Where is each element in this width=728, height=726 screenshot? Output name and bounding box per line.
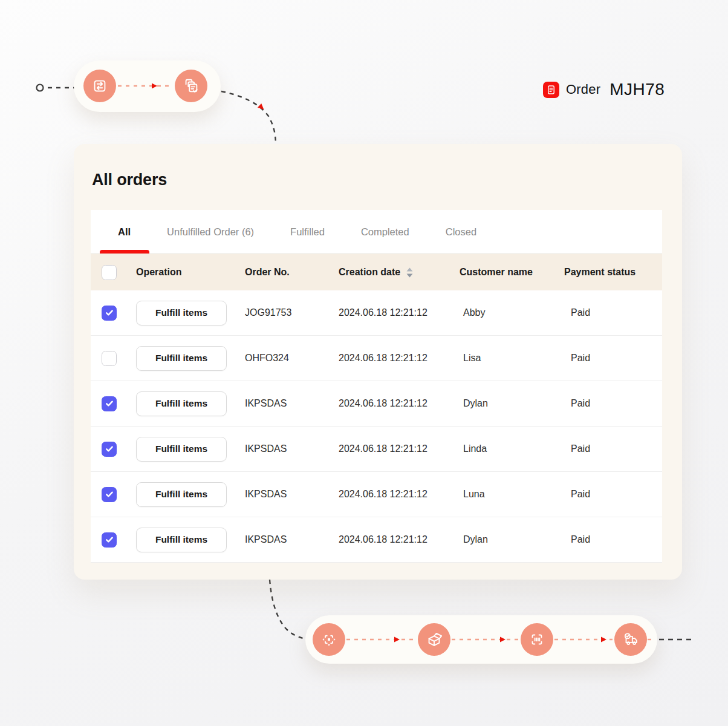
payment-status-cell: Paid	[564, 534, 662, 545]
payment-status-cell: Paid	[564, 489, 662, 500]
payment-status-cell: Paid	[564, 443, 662, 454]
row-checkbox[interactable]	[102, 442, 117, 457]
flow-pill-bottom	[305, 615, 657, 664]
check-icon	[106, 402, 112, 406]
order-status-tabs: AllUnfulfilled Order (6)FulfilledComplet…	[91, 210, 662, 254]
fulfill-items-button[interactable]: Fulfill items	[136, 528, 227, 552]
table-row: Fulfill items IKPSDAS 2024.06.18 12:21:1…	[91, 472, 662, 517]
table-row: Fulfill items IKPSDAS 2024.06.18 12:21:1…	[91, 427, 662, 472]
row-checkbox[interactable]	[102, 487, 117, 502]
check-icon	[106, 311, 112, 315]
order-badge-code: MJH78	[609, 80, 665, 99]
creation-date-cell: 2024.06.18 12:21:12	[339, 443, 460, 454]
creation-date-cell: 2024.06.18 12:21:12	[339, 398, 460, 409]
customer-name-cell: Linda	[460, 443, 564, 454]
order-no-cell: IKPSDAS	[245, 398, 339, 409]
barcode-scan-icon	[521, 623, 553, 656]
batch-documents-icon	[175, 70, 207, 102]
row-checkbox[interactable]	[102, 396, 117, 411]
flow-pill-top	[74, 60, 221, 112]
order-no-cell: IKPSDAS	[245, 489, 339, 500]
customer-name-cell: Lisa	[460, 353, 564, 364]
dimension-scan-icon	[313, 623, 345, 656]
column-header-customer-name: Customer name	[460, 267, 564, 278]
check-icon	[106, 538, 112, 542]
payment-status-cell: Paid	[564, 353, 662, 364]
column-header-operation: Operation	[136, 267, 245, 278]
table-header-row: Operation Order No. Creation date Custom…	[91, 254, 662, 290]
row-checkbox[interactable]	[102, 351, 117, 366]
red-arrowhead	[601, 637, 606, 643]
table-row: Fulfill items IKPSDAS 2024.06.18 12:21:1…	[91, 381, 662, 427]
creation-date-cell: 2024.06.18 12:21:12	[339, 534, 460, 545]
order-no-cell: IKPSDAS	[245, 534, 339, 545]
fulfill-items-button[interactable]: Fulfill items	[136, 482, 227, 507]
customer-name-cell: Abby	[460, 307, 564, 318]
tab-closed[interactable]: Closed	[446, 210, 476, 253]
fulfill-items-button[interactable]: Fulfill items	[136, 391, 227, 416]
order-icon	[543, 82, 559, 98]
order-badge-label: Order	[566, 82, 600, 97]
table-row: Fulfill items OHFO324 2024.06.18 12:21:1…	[91, 336, 662, 381]
red-arrowhead	[152, 83, 157, 89]
all-orders-card: All orders AllUnfulfilled Order (6)Fulfi…	[74, 144, 682, 580]
fulfill-items-button[interactable]: Fulfill items	[136, 437, 227, 462]
customer-name-cell: Luna	[460, 489, 564, 500]
delivery-truck-icon	[614, 623, 647, 656]
payment-status-cell: Paid	[564, 398, 662, 409]
flow-start-dot	[37, 85, 44, 91]
select-all-checkbox[interactable]	[102, 265, 117, 280]
creation-date-cell: 2024.06.18 12:21:12	[339, 307, 460, 318]
creation-date-cell: 2024.06.18 12:21:12	[339, 353, 460, 364]
order-badge: Order MJH78	[543, 80, 665, 99]
column-header-payment-status: Payment status	[564, 267, 662, 278]
order-no-cell: OHFO324	[245, 353, 339, 364]
column-header-order-no: Order No.	[245, 267, 339, 278]
tab-unfulfilled-order-6[interactable]: Unfulfilled Order (6)	[167, 210, 254, 253]
tab-fulfilled[interactable]: Fulfilled	[290, 210, 325, 253]
customer-name-cell: Dylan	[460, 398, 564, 409]
check-icon	[106, 447, 112, 451]
page-title: All orders	[92, 171, 682, 189]
orders-table-panel: AllUnfulfilled Order (6)FulfilledComplet…	[91, 210, 662, 563]
fulfill-items-button[interactable]: Fulfill items	[136, 346, 227, 371]
check-icon	[106, 492, 112, 497]
row-checkbox[interactable]	[102, 532, 117, 548]
table-row: Fulfill items IKPSDAS 2024.06.18 12:21:1…	[91, 517, 662, 563]
row-checkbox[interactable]	[102, 306, 117, 321]
column-header-creation-date: Creation date	[339, 267, 400, 278]
red-arrowhead	[258, 103, 266, 112]
order-no-cell: IKPSDAS	[245, 443, 339, 454]
package-icon	[418, 623, 450, 656]
sort-icon[interactable]	[406, 267, 414, 278]
transfer-icon	[83, 70, 116, 102]
table-row: Fulfill items JOG91753 2024.06.18 12:21:…	[91, 290, 662, 336]
payment-status-cell: Paid	[564, 307, 662, 318]
tab-completed[interactable]: Completed	[361, 210, 409, 253]
fulfill-items-button[interactable]: Fulfill items	[136, 301, 227, 325]
red-arrowhead	[394, 637, 400, 643]
pill-dashed-connector	[305, 615, 657, 664]
tab-all[interactable]: All	[118, 210, 131, 253]
order-no-cell: JOG91753	[245, 307, 339, 318]
red-arrowhead	[500, 637, 505, 643]
customer-name-cell: Dylan	[460, 534, 564, 545]
creation-date-cell: 2024.06.18 12:21:12	[339, 489, 460, 500]
